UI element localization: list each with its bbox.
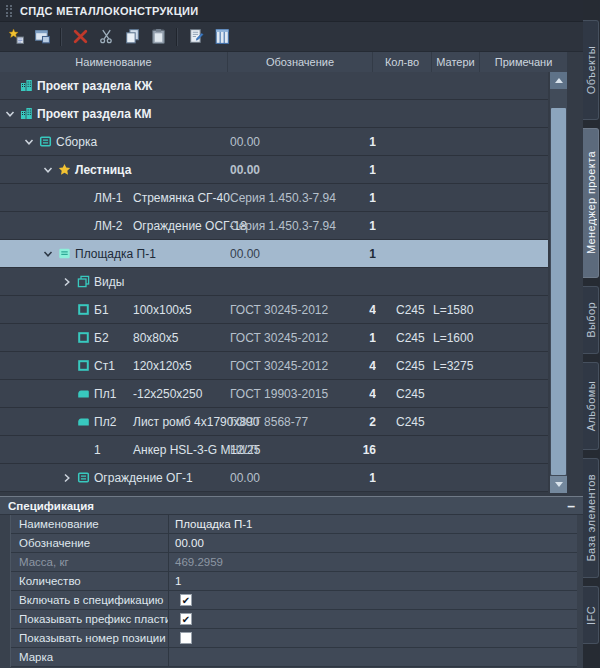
side-tab-objects[interactable]: Объекты [583, 20, 599, 120]
profile-icon [77, 359, 90, 372]
side-tab-project-manager[interactable]: Менеджер проекта [583, 128, 599, 278]
table-row[interactable]: Проект раздела КМ [0, 100, 548, 128]
property-label: Обозначение [11, 534, 169, 552]
cell-designation: Серия 1.450.3-7.94 [230, 212, 342, 239]
table-row[interactable]: Б280x80x5ГОСТ 30245-20121С245L=1600 [0, 324, 548, 352]
scrollbar-thumb[interactable] [551, 108, 566, 475]
property-value[interactable] [169, 648, 577, 666]
property-value[interactable] [169, 591, 577, 609]
property-value[interactable]: Площадка П-1 [169, 515, 577, 533]
column-header-note[interactable]: Примечани [480, 52, 568, 72]
tab-label: Менеджер проекта [585, 151, 597, 254]
item-name-cell: Сборка [56, 128, 97, 155]
chevron-right-icon[interactable] [61, 472, 73, 484]
cut-icon [98, 28, 115, 45]
cell-material: С245 [396, 296, 436, 323]
paste-button[interactable] [146, 25, 170, 49]
chevron-right-icon[interactable] [61, 276, 73, 288]
edit-specification-button[interactable] [184, 25, 208, 49]
column-header-designation[interactable]: Обозначение [228, 52, 373, 72]
property-row: Масса, кг469.2959 [11, 553, 577, 572]
tree-table: Проект раздела КЖПроект раздела КМСборка… [0, 72, 548, 492]
item-title: Ограждение ОГ-1 [94, 471, 193, 485]
table-button[interactable] [210, 25, 234, 49]
table-row[interactable]: ЛМ-1Стремянка СГ-40Серия 1.450.3-7.941 [0, 184, 548, 212]
panel-grip[interactable] [6, 5, 12, 17]
checkbox[interactable] [180, 632, 192, 644]
delete-button[interactable] [68, 25, 92, 49]
paste-icon [150, 28, 167, 45]
insert-object-icon [34, 28, 51, 45]
insert-object-button[interactable] [30, 25, 54, 49]
item-name-cell: Проект раздела КМ [37, 100, 152, 127]
checkbox[interactable] [180, 613, 192, 625]
item-name-cell: Б280x80x5 [94, 324, 178, 351]
profile-icon [77, 303, 90, 316]
table-row[interactable]: Б1100x100x5ГОСТ 30245-20124С245L=1580 [0, 296, 548, 324]
toolbar [0, 22, 583, 52]
plate-icon [77, 415, 90, 428]
new-object-icon [8, 28, 25, 45]
scroll-up-button[interactable] [550, 72, 567, 89]
table-row[interactable]: Пл1-12x250x250ГОСТ 19903-20154С245 [0, 380, 548, 408]
item-marka: ЛМ-1 [94, 191, 124, 205]
property-row: Показывать префикс пластин [11, 610, 577, 629]
chevron-down-icon[interactable] [42, 164, 54, 176]
scroll-down-button[interactable] [550, 476, 567, 493]
building-icon [20, 107, 33, 120]
column-header-name[interactable]: Наименование [0, 52, 228, 72]
cell-designation: 00.00 [230, 156, 342, 183]
chevron-down-icon[interactable] [23, 136, 35, 148]
cut-button[interactable] [94, 25, 118, 49]
table-row[interactable]: 1Анкер HSL-3-G M12/25HILTI16 [0, 436, 548, 464]
table-row[interactable]: Виды [0, 268, 548, 296]
chevron-down-icon[interactable] [42, 248, 54, 260]
table-row[interactable]: Сборка00.001 [0, 128, 548, 156]
minimize-button[interactable]: – [567, 502, 575, 510]
cell-qty: 4 [336, 380, 376, 407]
vertical-scrollbar[interactable] [550, 72, 567, 493]
panel-title-bar: СПДС МЕТАЛЛОКОНСТРУКЦИИ [0, 0, 583, 22]
table-row[interactable]: Проект раздела КЖ [0, 72, 548, 100]
table-row[interactable]: Ст1120x120x5ГОСТ 30245-20124С245L=3275 [0, 352, 548, 380]
cell-designation: 00.00 [230, 240, 342, 267]
side-tab-element-base[interactable]: База элементов [583, 458, 599, 578]
property-value[interactable]: 469.2959 [169, 553, 577, 571]
side-tab-ifc[interactable]: IFC [583, 586, 599, 644]
cell-note: L=3275 [433, 352, 523, 379]
profile-icon [77, 331, 90, 344]
property-value[interactable]: 1 [169, 572, 577, 590]
cell-material: С245 [396, 408, 436, 435]
property-value[interactable] [169, 629, 577, 647]
item-name-cell: Ограждение ОГ-1 [94, 464, 193, 491]
chevron-down-icon[interactable] [4, 108, 16, 120]
cell-designation: ГОСТ 8568-77 [230, 408, 342, 435]
cell-designation: Серия 1.450.3-7.94 [230, 184, 342, 211]
item-name-cell: Ст1120x120x5 [94, 352, 192, 379]
item-title: 120x120x5 [133, 359, 192, 373]
table-row[interactable]: ЛМ-2Ограждение ОСГ-18Серия 1.450.3-7.941 [0, 212, 548, 240]
property-value[interactable] [169, 610, 577, 628]
cell-qty: 4 [336, 296, 376, 323]
cell-designation: 00.00 [230, 128, 342, 155]
table-row[interactable]: Лестница00.001 [0, 156, 548, 184]
cell-qty: 1 [336, 212, 376, 239]
table-row[interactable]: Пл2Лист ромб 4x1790x890ГОСТ 8568-772С245 [0, 408, 548, 436]
side-tab-selection[interactable]: Выбор [583, 286, 599, 354]
property-label: Включать в спецификацию [11, 591, 169, 609]
toolbar-separator [60, 28, 62, 46]
new-object-button[interactable] [4, 25, 28, 49]
property-value[interactable]: 00.00 [169, 534, 577, 552]
property-label: Марка [11, 648, 169, 666]
table-row[interactable]: Ограждение ОГ-100.001 [0, 464, 548, 492]
copy-button[interactable] [120, 25, 144, 49]
table-row[interactable]: Площадка П-100.001 [0, 240, 548, 268]
item-title: Лестница [75, 163, 131, 177]
toolbar-separator [176, 28, 178, 46]
side-tab-albums[interactable]: Альбомы [583, 362, 599, 450]
item-title: Площадка П-1 [75, 247, 156, 261]
tab-label: Выбор [585, 302, 597, 338]
checkbox[interactable] [180, 594, 192, 606]
column-header-quantity[interactable]: Кол-во [373, 52, 432, 72]
column-header-material[interactable]: Матери [432, 52, 480, 72]
